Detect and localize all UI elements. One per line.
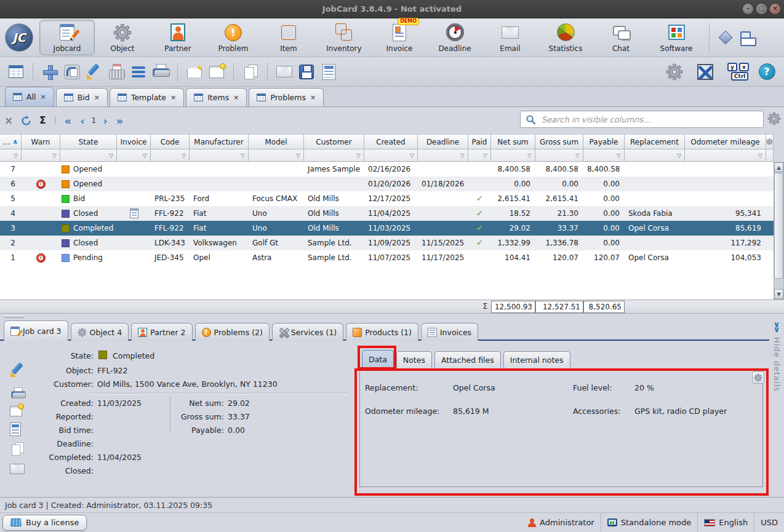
column-header-payable[interactable]: Payable (583, 134, 625, 149)
filter-cell[interactable]: ▽ (0, 149, 22, 162)
layout-panes-icon[interactable] (738, 27, 758, 48)
filter-cell[interactable]: ▽ (468, 149, 491, 162)
add-icon[interactable] (40, 62, 60, 82)
copy-icon[interactable] (10, 442, 25, 456)
close-tab-icon[interactable]: × (310, 93, 316, 101)
tab-items[interactable]: Items × (186, 88, 247, 106)
toolbar-item-chat[interactable]: Chat (593, 20, 649, 55)
toolbar-item-software[interactable]: Software (649, 20, 704, 55)
tab-partner[interactable]: Partner 2 (131, 323, 192, 341)
grid-settings-gear-icon[interactable] (767, 112, 781, 125)
save-icon[interactable] (297, 62, 316, 82)
search-input[interactable] (540, 114, 758, 125)
filter-cell[interactable]: ▽ (685, 149, 766, 162)
last-page-icon[interactable]: » (116, 114, 124, 127)
toolbar-item-jobcard[interactable]: Jobcard (39, 20, 95, 55)
table-row[interactable]: 7 Opened James Sample 02/16/2026 8,400.5… (0, 162, 774, 177)
language-selector[interactable]: English (704, 518, 748, 527)
filter-cell[interactable]: ▽ (117, 149, 151, 162)
column-header-model[interactable]: Model (249, 134, 304, 149)
column-header-manufacturer[interactable]: Manufacturer (190, 134, 249, 149)
tab-attached-files[interactable]: Attached files (434, 351, 501, 368)
filter-cell[interactable]: ▽ (583, 149, 625, 162)
buy-license-button[interactable]: Buy a license (2, 515, 87, 531)
new-window-icon[interactable] (10, 406, 22, 416)
column-header-deadline[interactable]: Deadline (418, 134, 468, 149)
close-button[interactable]: × (770, 4, 780, 14)
help-icon[interactable]: ? (757, 62, 777, 82)
current-user[interactable]: Administrator (528, 518, 594, 527)
currency-indicator[interactable]: USD (761, 518, 784, 527)
first-page-icon[interactable]: « (65, 114, 72, 127)
diamond-icon[interactable] (716, 27, 735, 48)
title-bar[interactable]: JobCard 3.8.4.9 - Not activated – □ × (0, 0, 784, 18)
tab-invoices[interactable]: Invoices (421, 323, 478, 341)
tab-all[interactable]: All × (5, 87, 54, 106)
revert-icon[interactable] (62, 62, 82, 82)
mode-indicator[interactable]: Standalone mode (607, 518, 692, 527)
close-tab-icon[interactable]: × (94, 93, 100, 101)
toolbar-item-inventory[interactable]: Inventory (316, 20, 372, 55)
edit-pencil-icon[interactable] (84, 62, 104, 82)
table-row[interactable]: 5 Bid PRL-235 Ford Focus CMAX Old Mills … (0, 191, 774, 206)
toolbar-item-item[interactable]: Item (261, 20, 316, 55)
tab-job-card[interactable]: Job card 3 (4, 320, 68, 341)
email-envelope-icon[interactable] (10, 464, 25, 474)
tab-bid[interactable]: Bid × (56, 88, 108, 106)
table-row[interactable]: 2 Closed LDK-343 Volkswagen Golf Gt Samp… (0, 236, 774, 250)
column-header-customer[interactable]: Customer (304, 134, 364, 149)
close-tab-icon[interactable]: × (170, 93, 176, 101)
print-icon[interactable] (151, 62, 170, 82)
tab-data[interactable]: Data (362, 350, 394, 368)
toolbar-item-problem[interactable]: ! Problem (206, 20, 261, 55)
toolbar-item-partner[interactable]: Partner (150, 20, 206, 55)
keyboard-shortcuts-icon[interactable]: y x Ctrl (726, 62, 746, 82)
scroll-down-icon[interactable]: ▼ (774, 289, 783, 299)
column-header-created[interactable]: Created (364, 134, 418, 149)
toolbar-item-object[interactable]: Object (95, 20, 150, 55)
table-row[interactable]: 4 Closed FFL-922 Fiat Uno Old Mills 11/0… (0, 206, 774, 221)
filter-cell[interactable]: ▽ (364, 149, 418, 162)
new-window-icon[interactable] (185, 62, 204, 82)
filter-cell[interactable]: ▽ (304, 149, 364, 162)
details-card-icon[interactable] (319, 62, 338, 82)
table-view-icon[interactable] (6, 62, 26, 82)
minimize-button[interactable]: – (743, 4, 753, 14)
column-header-gross-sum[interactable]: Gross sum (535, 134, 583, 149)
filter-cell[interactable]: ▽ (151, 149, 190, 162)
filter-cell[interactable]: ▽ (60, 149, 117, 162)
column-header-settings[interactable] (766, 134, 774, 149)
print-icon[interactable] (10, 386, 26, 402)
column-header-paid[interactable]: Paid (468, 134, 491, 149)
column-header-odometer[interactable]: Odometer mileage (685, 134, 766, 149)
maximize-button[interactable]: □ (756, 4, 767, 14)
filter-cell[interactable]: ▽ (625, 149, 685, 162)
send-email-icon[interactable] (274, 62, 294, 82)
vertical-scrollbar[interactable]: ▲ ▼ (774, 162, 784, 300)
edit-pencil-icon[interactable] (10, 363, 25, 378)
refresh-icon[interactable] (21, 116, 31, 126)
tab-internal-notes[interactable]: Internal notes (503, 351, 570, 368)
table-row[interactable]: 6 Opened 01/20/2026 01/18/2026 0.00 0.00… (0, 177, 774, 191)
splitter-grip[interactable] (5, 316, 23, 318)
settings-gear-icon[interactable] (665, 62, 684, 82)
toolbar-item-deadline[interactable]: Deadline (427, 20, 482, 55)
filter-cell[interactable]: ▽ (491, 149, 535, 162)
column-header-rownum[interactable]: ... ∧ (0, 134, 22, 149)
tab-notes[interactable]: Notes (396, 351, 432, 368)
splitter-handle[interactable] (0, 314, 784, 320)
sum-toggle-icon[interactable]: Σ (39, 115, 46, 126)
details-card-icon[interactable] (10, 423, 21, 436)
app-logo-icon[interactable]: JC (5, 23, 33, 52)
close-tab-icon[interactable]: × (41, 93, 46, 101)
tab-template[interactable]: Template × (110, 88, 184, 106)
clear-filter-icon[interactable]: × (4, 114, 13, 127)
panel-settings-gear-icon[interactable] (752, 371, 764, 384)
tab-problems[interactable]: Problems × (249, 88, 324, 106)
column-header-code[interactable]: Code (151, 134, 190, 149)
tab-products[interactable]: Products (1) (346, 323, 418, 341)
tab-problems[interactable]: ! Problems (2) (195, 323, 270, 341)
filter-cell[interactable]: ▽ (190, 149, 249, 162)
close-tab-icon[interactable]: × (233, 93, 239, 101)
column-header-invoice[interactable]: Invoice (117, 134, 151, 149)
